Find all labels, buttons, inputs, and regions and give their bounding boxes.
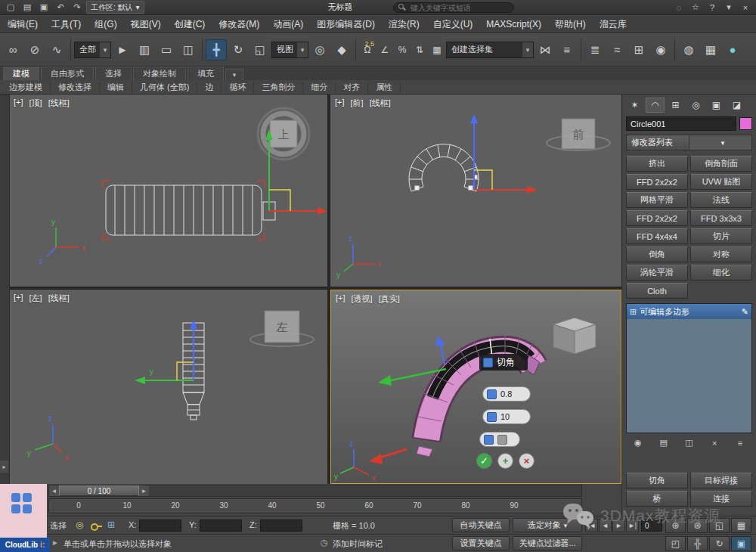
ribbon-tab-object-paint[interactable]: 对象绘制 xyxy=(133,67,186,80)
panel-edit[interactable]: 编辑 xyxy=(100,82,132,93)
viewport-menu-shading[interactable]: [线框] xyxy=(48,293,70,304)
render-production-icon[interactable]: ● xyxy=(722,39,743,60)
object-name-field[interactable]: Circle001 xyxy=(626,116,736,131)
panel-edges[interactable]: 边 xyxy=(197,82,222,93)
menu-edit[interactable]: 编辑(E) xyxy=(8,18,38,31)
time-slider-handle[interactable]: 0 / 100 xyxy=(59,485,139,496)
panel-align[interactable]: 对齐 xyxy=(336,82,368,93)
open-file-icon[interactable]: ▤ xyxy=(20,2,35,14)
chamfer-button[interactable]: 切角 xyxy=(626,473,688,488)
modifier-button-cloth[interactable]: Cloth xyxy=(626,283,688,299)
modifier-button-ffd2b[interactable]: FFD 2x2x2 xyxy=(626,210,688,226)
select-object-icon[interactable]: ► xyxy=(112,39,133,60)
pan-icon[interactable]: ╬ xyxy=(687,536,708,551)
front-viewport-canvas[interactable]: 前 xyxy=(330,95,621,287)
viewport-menu-plus[interactable]: [+] xyxy=(336,293,345,305)
show-end-result-icon[interactable]: ▤ xyxy=(655,436,672,449)
snap-toggle-icon[interactable]: Ω2.5 xyxy=(359,39,376,60)
viewcube-front[interactable]: 前 xyxy=(547,119,610,150)
modifier-button-uvw-map[interactable]: UVW 贴图 xyxy=(690,174,752,190)
menu-help[interactable]: 帮助(H) xyxy=(555,18,586,31)
menu-customize[interactable]: 自定义(U) xyxy=(433,18,473,31)
viewport-left[interactable]: [+] [左] [线框] 左 xyxy=(9,290,327,484)
save-file-icon[interactable]: ▣ xyxy=(36,2,51,14)
use-pivot-center-icon[interactable]: ◎ xyxy=(309,39,330,60)
modifier-button-meshsmooth[interactable]: 网格平滑 xyxy=(626,192,688,208)
display-tab-icon[interactable]: ▣ xyxy=(707,98,726,113)
time-slider[interactable]: ◄ 0 / 100 ► xyxy=(48,485,582,497)
select-and-link-icon[interactable]: ∞ xyxy=(2,39,23,60)
help-menu-chevron-icon[interactable]: ▾ xyxy=(721,2,736,14)
set-key-button[interactable]: 设置关键点 xyxy=(452,536,510,550)
favorites-icon[interactable]: ☆ xyxy=(688,2,703,14)
schematic-view-icon[interactable]: ⊞ xyxy=(628,39,649,60)
make-unique-icon[interactable]: ◫ xyxy=(680,436,697,449)
workspace-selector[interactable]: 工作区: 默认 ▾ xyxy=(86,1,144,14)
viewport-menu-view[interactable]: [顶] xyxy=(29,98,42,109)
select-and-scale-icon[interactable]: ◱ xyxy=(249,39,271,60)
ribbon-minimize-icon[interactable]: ▾ xyxy=(225,69,243,80)
orbit-icon[interactable]: ↻ xyxy=(709,536,730,551)
selection-lock-icon[interactable] xyxy=(91,522,102,532)
viewport-menu-plus[interactable]: [+] xyxy=(335,98,345,109)
maximize-viewport-icon[interactable]: ▣ xyxy=(731,536,751,551)
modifier-button-ffd3[interactable]: FFD 3x3x3 xyxy=(690,210,752,226)
pin-icon[interactable]: ✎ xyxy=(742,307,748,317)
close-window-icon[interactable]: × xyxy=(738,2,753,14)
viewport-perspective[interactable]: [+] [透视] [真实] xyxy=(330,290,621,484)
menu-animation[interactable]: 动画(A) xyxy=(273,18,303,31)
undo-icon[interactable]: ↶ xyxy=(53,2,68,14)
bind-to-spacewarp-icon[interactable]: ∿ xyxy=(46,39,67,60)
angle-snap-icon[interactable]: ∠ xyxy=(376,39,393,60)
edit-named-selections-icon[interactable]: ▦ xyxy=(429,39,445,60)
select-by-name-icon[interactable]: ▥ xyxy=(134,39,155,60)
key-filters-button[interactable]: 关键点过滤器... xyxy=(513,536,582,550)
viewport-top[interactable]: [+] [顶] [线框] 上 xyxy=(9,95,327,287)
panel-tris[interactable]: 三角剖分 xyxy=(254,82,303,93)
ribbon-tab-populate[interactable]: 填充 xyxy=(187,67,224,80)
community-icon[interactable]: ◌ xyxy=(671,2,686,14)
x-coordinate-field[interactable] xyxy=(139,519,181,532)
modifier-button-tessellate[interactable]: 细化 xyxy=(690,265,752,281)
unlink-selection-icon[interactable]: ⊘ xyxy=(24,39,45,60)
arc-wireframe[interactable] xyxy=(409,144,479,191)
ribbon-tab-modeling[interactable]: 建模 xyxy=(3,67,39,80)
apps-grid-icon[interactable] xyxy=(11,493,33,514)
zoom-extents-all-icon[interactable]: ▦ xyxy=(731,518,751,533)
viewport-menu-plus[interactable]: [+] xyxy=(14,98,23,109)
modifier-list-dropdown[interactable]: 修改器列表 ▾ xyxy=(626,135,752,150)
caddy-cancel-button[interactable]: × xyxy=(519,453,534,469)
modifier-button-ffd4[interactable]: FFD 4x4x4 xyxy=(626,228,688,244)
add-time-tag[interactable]: 添加时间标记 xyxy=(333,538,383,550)
panel-loops[interactable]: 循环 xyxy=(222,82,254,93)
curve-editor-icon[interactable]: ≈ xyxy=(606,39,627,60)
modifier-button-bevel[interactable]: 倒角 xyxy=(626,247,688,262)
redo-icon[interactable]: ↷ xyxy=(70,2,85,14)
viewport-menu-view[interactable]: [透视] xyxy=(352,293,373,305)
modifier-button-extrude[interactable]: 挤出 xyxy=(626,156,688,172)
menu-tools[interactable]: 工具(T) xyxy=(51,18,81,31)
move-gizmo[interactable] xyxy=(470,114,538,194)
viewport-menu-view[interactable]: [前] xyxy=(351,98,364,109)
select-and-manipulate-icon[interactable]: ◆ xyxy=(331,39,352,60)
help-icon[interactable]: ? xyxy=(705,2,720,14)
modifier-button-slice[interactable]: 切片 xyxy=(690,228,752,244)
caddy-ok-button[interactable]: ✓ xyxy=(476,453,492,469)
window-crossing-icon[interactable]: ◫ xyxy=(178,39,199,60)
menu-maxscript[interactable]: MAXScript(X) xyxy=(486,19,541,29)
cylinder-wireframe[interactable] xyxy=(106,185,275,235)
target-weld-button[interactable]: 目标焊接 xyxy=(690,473,752,488)
move-gizmo[interactable]: y xyxy=(135,320,197,384)
viewcube-top[interactable]: 上 xyxy=(258,108,309,160)
rectangular-selection-region-icon[interactable]: ▭ xyxy=(156,39,177,60)
remove-modifier-icon[interactable]: × xyxy=(706,436,723,449)
cloudlib-badge[interactable]: CloudLib i: xyxy=(0,538,50,552)
chamfer-amount-field[interactable]: 0.8 xyxy=(482,386,531,402)
panel-polygon-modeling[interactable]: 边形建模 xyxy=(2,82,51,93)
create-tab-icon[interactable]: ✶ xyxy=(625,98,644,113)
modifier-button-bevel-profile[interactable]: 倒角剖面 xyxy=(690,156,752,172)
y-coordinate-field[interactable] xyxy=(200,519,242,532)
next-frame-icon[interactable]: ► xyxy=(139,485,149,496)
selection-filter-dropdown[interactable]: 全部 ▾ xyxy=(74,42,111,58)
named-selection-combo[interactable]: 创建选择集 ▾ xyxy=(446,42,534,58)
